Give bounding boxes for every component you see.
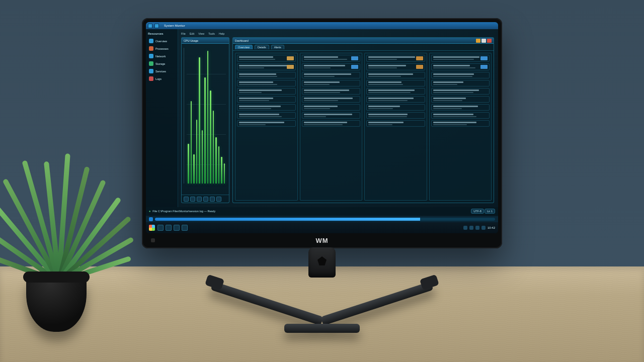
card-sub-line <box>433 92 473 93</box>
tab-overview[interactable]: Overview <box>235 45 253 49</box>
tab-strip: OverviewDetailsAlerts <box>233 44 494 51</box>
list-item[interactable] <box>366 63 425 70</box>
list-item[interactable] <box>302 96 361 103</box>
list-item[interactable] <box>431 96 490 103</box>
list-item[interactable] <box>431 72 490 78</box>
sidebar-item-network[interactable]: Network <box>148 52 176 60</box>
card-sub-line <box>368 76 401 77</box>
list-item[interactable] <box>302 112 361 119</box>
tab-details[interactable]: Details <box>255 45 269 49</box>
list-item[interactable] <box>237 80 296 86</box>
card-sub-line <box>368 124 392 125</box>
menu-tools[interactable]: Tools <box>208 32 215 35</box>
list-item[interactable] <box>237 88 296 95</box>
list-item[interactable] <box>366 88 425 95</box>
status-pill: Ln 1 <box>485 209 495 214</box>
list-item[interactable] <box>431 112 490 119</box>
list-item[interactable] <box>366 55 425 62</box>
toolbar-button[interactable] <box>203 197 208 202</box>
list-item[interactable] <box>302 120 361 127</box>
list-item[interactable] <box>431 55 490 62</box>
card-sub-line <box>433 59 474 60</box>
start-button[interactable] <box>149 225 155 231</box>
sidebar-item-logs[interactable]: Logs <box>148 75 176 82</box>
list-item[interactable] <box>366 120 425 127</box>
menu-file[interactable]: File <box>181 32 186 35</box>
sidebar-item-storage[interactable]: Storage <box>148 60 176 67</box>
close-button[interactable] <box>487 39 492 43</box>
list-item[interactable] <box>302 88 361 95</box>
list-item[interactable] <box>237 96 296 103</box>
card-title-line <box>368 73 413 75</box>
list-item[interactable] <box>431 120 490 127</box>
toolbar-button[interactable] <box>210 197 215 202</box>
monitor: System Monitor Resources OverviewProcess… <box>142 18 502 248</box>
card-title-line <box>433 65 470 66</box>
card-title-line <box>433 98 466 99</box>
tab-alerts[interactable]: Alerts <box>271 45 284 49</box>
list-item[interactable] <box>366 72 425 78</box>
list-item[interactable] <box>237 72 296 78</box>
list-item[interactable] <box>366 80 425 86</box>
taskbar-clock: 10:42 <box>488 226 495 229</box>
list-item[interactable] <box>237 55 296 62</box>
card-sub-line <box>368 67 397 68</box>
plant <box>15 151 101 282</box>
list-item[interactable] <box>366 112 425 119</box>
window-titlebar[interactable]: System Monitor <box>146 22 498 29</box>
list-item[interactable] <box>431 104 490 111</box>
chart-bar <box>196 120 198 184</box>
list-item[interactable] <box>431 63 490 70</box>
sidebar-item-services[interactable]: Services <box>148 67 176 75</box>
tray-icon[interactable] <box>475 226 479 230</box>
card-title-line <box>433 73 474 75</box>
list-item[interactable] <box>302 63 361 70</box>
system-tray: 10:42 <box>463 226 495 230</box>
list-item[interactable] <box>237 112 296 119</box>
tray-icon[interactable] <box>463 226 467 230</box>
list-item[interactable] <box>366 96 425 103</box>
card-title-line <box>304 98 353 99</box>
list-item[interactable] <box>366 104 425 111</box>
monitor-chin: WM <box>146 234 498 246</box>
thumbnail-icon <box>351 56 358 60</box>
sidebar-item-processes[interactable]: Processes <box>148 45 176 52</box>
panel-header[interactable]: Dashboard <box>233 38 494 44</box>
card-title-line <box>304 114 353 115</box>
menu-edit[interactable]: Edit <box>190 32 194 35</box>
sidebar-item-overview[interactable]: Overview <box>148 37 176 45</box>
taskbar-app[interactable] <box>174 225 180 231</box>
card-sub-line <box>304 100 339 101</box>
card-column <box>300 53 363 201</box>
list-item[interactable] <box>237 104 296 111</box>
toolbar-button[interactable] <box>184 197 189 202</box>
toolbar-button[interactable] <box>216 197 221 202</box>
list-item[interactable] <box>431 88 490 95</box>
toolbar-button[interactable] <box>190 197 195 202</box>
card-sub-line <box>433 124 467 125</box>
chart-bar <box>215 137 217 184</box>
taskbar: 10:42 <box>146 222 498 233</box>
taskbar-app[interactable] <box>166 225 172 231</box>
list-item[interactable] <box>302 72 361 78</box>
taskbar-app[interactable] <box>182 225 188 231</box>
card-title-line <box>433 122 476 123</box>
tray-icon[interactable] <box>469 226 473 230</box>
list-item[interactable] <box>431 80 490 86</box>
list-item[interactable] <box>237 63 296 70</box>
taskbar-app[interactable] <box>157 225 164 231</box>
menu-help[interactable]: Help <box>219 32 224 35</box>
list-item[interactable] <box>302 55 361 62</box>
tray-icon[interactable] <box>481 226 486 230</box>
maximize-button[interactable] <box>481 39 486 43</box>
menu-view[interactable]: View <box>198 32 204 35</box>
card-title-line <box>304 89 350 91</box>
list-item[interactable] <box>237 120 296 127</box>
card-sub-line <box>368 84 403 85</box>
minimize-button[interactable] <box>476 39 480 43</box>
list-item[interactable] <box>302 104 361 111</box>
list-item[interactable] <box>302 80 361 86</box>
toolbar-button[interactable] <box>197 197 202 202</box>
panel-header[interactable]: CPU Usage <box>182 38 229 44</box>
progress-track[interactable] <box>155 218 495 221</box>
